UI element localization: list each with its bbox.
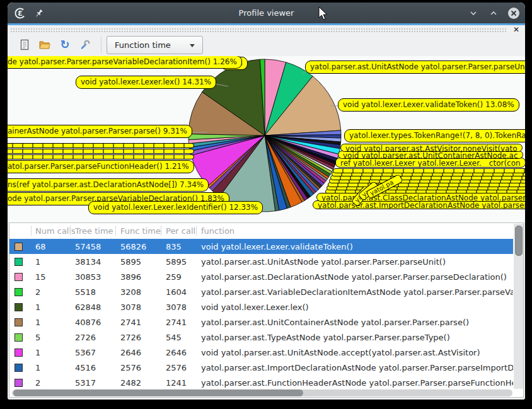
table-row[interactable]: 14087627412741yatol.parser.ast.UnitConta… <box>9 314 513 330</box>
chart-mode-select[interactable]: Function time <box>107 36 203 54</box>
titlebar-accent-line <box>8 23 525 25</box>
maximize-icon[interactable] <box>487 7 500 20</box>
cell-fn: yatol.parser.ast.UnitContainerAstNode ya… <box>201 318 513 327</box>
column-header[interactable]: function <box>201 226 523 236</box>
column-header[interactable]: Func time <box>120 226 166 236</box>
chart-area: yatol.parser.ast.ImportDeclarationAstNod… <box>8 56 525 222</box>
cell-num: 1 <box>35 257 75 267</box>
cell-fn: yatol.parser.ast.VariableDeclarationItem… <box>201 287 513 297</box>
toolbar-separator <box>101 37 101 53</box>
pie-callout-strip <box>8 149 194 154</box>
pie-callout: void yatol.lexer.Lexer.lex() 14.31% <box>76 76 216 89</box>
pie-callout: ns(ref yatol.parser.ast.DeclarationAstNo… <box>8 178 209 192</box>
cell-fn: void yatol.lexer.Lexer.lex() <box>201 302 513 312</box>
chevron-down-icon <box>190 44 195 47</box>
cell-fn: yatol.parser.ast.TypeAstNode yatol.parse… <box>201 333 513 342</box>
cell-func: 3078 <box>120 302 166 312</box>
close-icon[interactable] <box>507 7 520 20</box>
toolbar: ↻ Function time <box>8 34 525 55</box>
table-row[interactable]: 2531724821241yatol.parser.ast.FunctionHe… <box>9 375 513 390</box>
cell-tree: 2726 <box>75 333 120 342</box>
cell-per: 835 <box>166 242 201 251</box>
table-row[interactable]: 685745856826835void yatol.lexer.Lexer.va… <box>9 239 513 254</box>
column-header[interactable]: Tree time <box>75 226 120 236</box>
row-color-swatch <box>14 303 23 311</box>
cell-func: 2726 <box>120 333 166 342</box>
titlebar[interactable]: Ɛ Profile viewer <box>8 3 525 23</box>
cell-func: 2482 <box>120 378 166 388</box>
row-color-swatch <box>14 243 23 251</box>
pie-callout: de yatol.parser.Parser.parseVariableDecl… <box>8 56 242 69</box>
pin-icon[interactable] <box>33 7 45 20</box>
cell-tree: 30853 <box>75 272 120 282</box>
cell-tree: 62848 <box>75 302 120 312</box>
report-icon[interactable] <box>16 37 33 53</box>
row-color-swatch <box>14 318 23 326</box>
cell-num: 5 <box>35 333 75 342</box>
horizontal-scrollbar-thumb[interactable] <box>13 389 303 396</box>
cell-num: 1 <box>35 302 75 312</box>
cell-per: 259 <box>166 272 201 282</box>
table-row[interactable]: 15308533896259yatol.parser.ast.Declarati… <box>9 269 513 284</box>
wrench-icon[interactable] <box>77 37 93 53</box>
pie-callout: yatol.parser.ast.UnitAstNode yatol.parse… <box>305 60 525 74</box>
cell-num: 1 <box>35 318 75 327</box>
cell-tree: 40876 <box>75 318 120 327</box>
cell-per: 2576 <box>166 363 201 372</box>
cell-num: 1 <box>35 363 75 372</box>
table-rows: 685745856826835void yatol.lexer.Lexer.va… <box>9 239 513 390</box>
table-row[interactable]: 13813458955895yatol.parser.ast.UnitAstNo… <box>9 254 513 269</box>
cell-fn: void yatol.lexer.Lexer.validateToken() <box>201 242 513 251</box>
cell-per: 1241 <box>166 378 201 388</box>
cell-func: 3208 <box>120 287 166 297</box>
dock-grip[interactable] <box>10 28 507 33</box>
svg-text:Ɛ: Ɛ <box>18 9 23 18</box>
cell-func: 5895 <box>120 257 166 267</box>
cell-num: 15 <box>35 272 75 282</box>
cell-num: 2 <box>35 378 75 388</box>
row-color-swatch <box>14 364 23 372</box>
table-row[interactable]: 527262726545yatol.parser.ast.TypeAstNode… <box>9 330 513 345</box>
open-folder-icon[interactable] <box>37 37 53 53</box>
vertical-scrollbar[interactable] <box>514 224 523 389</box>
callouts: yatol.parser.ast.ImportDeclarationAstNod… <box>8 56 525 222</box>
cell-fn: yatol.parser.ast.UnitAstNode yatol.parse… <box>201 257 513 267</box>
cell-func: 56826 <box>120 242 166 251</box>
row-color-swatch <box>14 258 23 266</box>
pie-callout: yatol.lexer.types.TokenRange!(7, 8, 0).T… <box>344 129 525 142</box>
refresh-icon[interactable]: ↻ <box>57 37 73 53</box>
column-header[interactable]: Num calls <box>35 226 75 236</box>
cell-func: 2741 <box>120 318 166 327</box>
cell-per: 3078 <box>166 302 201 312</box>
row-color-swatch <box>14 333 23 342</box>
pie-callout: void yatol.lexer.Lexer.validateToken() 1… <box>338 98 519 112</box>
pie-callout: atol.parser.Parser.parseFunctionHeader()… <box>8 160 194 173</box>
cell-per: 1604 <box>166 287 201 297</box>
horizontal-scrollbar[interactable] <box>12 389 512 396</box>
table-row[interactable]: 1536726462646void yatol.parser.ast.UnitA… <box>9 345 513 360</box>
row-color-swatch <box>14 273 23 281</box>
cell-func: 2576 <box>120 363 166 372</box>
cell-fn: yatol.parser.ast.ImportDeclarationAstNod… <box>201 363 513 372</box>
cell-per: 5895 <box>166 257 201 267</box>
minimize-icon[interactable] <box>467 7 480 20</box>
dock-close-icon[interactable]: ✕ <box>511 25 521 35</box>
cell-tree: 5317 <box>75 378 120 388</box>
row-color-swatch <box>14 288 23 296</box>
table-row[interactable]: 1451625762576yatol.parser.ast.ImportDecl… <box>9 360 513 375</box>
pie-callout: yatol.parser.ast.ClassDeclarationAstNode… <box>316 193 525 202</box>
cell-fn: yatol.parser.ast.FunctionHeaderAstNode y… <box>201 378 513 388</box>
pie-callout: ainerAstNode yatol.parser.Parser.parse()… <box>8 125 192 138</box>
cell-per: 2741 <box>166 318 201 327</box>
dock-header[interactable]: ✕ <box>9 26 524 34</box>
cell-per: 2646 <box>166 348 201 357</box>
cell-fn: yatol.parser.ast.DeclarationAstNode yato… <box>201 272 513 282</box>
table-row[interactable]: 16284830783078void yatol.lexer.Lexer.lex… <box>9 299 513 314</box>
pie-callout: void yatol.lexer.Lexer.lexIdentifier() 1… <box>88 201 263 214</box>
app-logo-icon[interactable]: Ɛ <box>14 7 26 20</box>
table-row[interactable]: 2551832081604yatol.parser.ast.VariableDe… <box>9 284 513 299</box>
cell-tree: 4516 <box>75 363 120 372</box>
cell-num: 1 <box>35 348 75 357</box>
cell-per: 545 <box>166 333 201 342</box>
vertical-scrollbar-thumb[interactable] <box>515 226 523 256</box>
